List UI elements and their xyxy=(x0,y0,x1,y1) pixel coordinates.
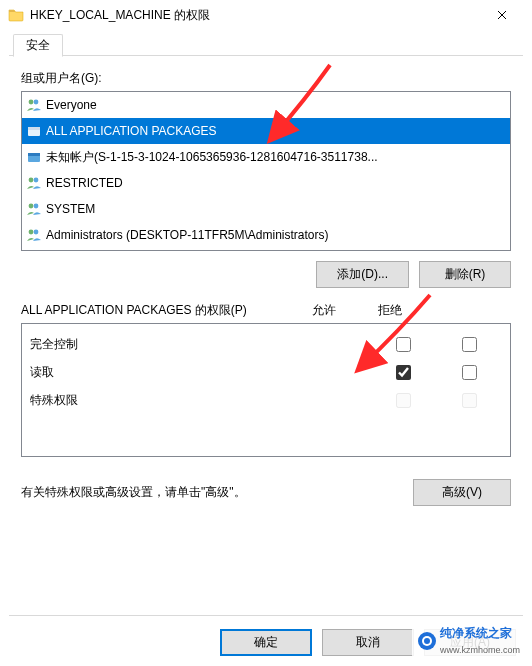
titlebar: HKEY_LOCAL_MACHINE 的权限 xyxy=(0,0,532,30)
watermark: 纯净系统之家 www.kzmhome.com xyxy=(412,623,526,658)
svg-point-0 xyxy=(29,100,34,105)
tab-label: 安全 xyxy=(26,37,50,54)
svg-point-11 xyxy=(34,230,39,235)
deny-checkbox xyxy=(462,393,477,408)
allow-column-header: 允许 xyxy=(291,302,357,319)
list-item-label: ALL APPLICATION PACKAGES xyxy=(46,124,217,138)
svg-rect-5 xyxy=(28,153,40,156)
cancel-button[interactable]: 取消 xyxy=(322,629,414,656)
window-title: HKEY_LOCAL_MACHINE 的权限 xyxy=(30,7,480,24)
svg-point-6 xyxy=(29,178,34,183)
list-item-label: 未知帐户(S-1-15-3-1024-1065365936-1281604716… xyxy=(46,149,378,166)
advanced-button[interactable]: 高级(V) xyxy=(413,479,511,506)
permission-row: 读取 xyxy=(22,358,510,386)
close-button[interactable] xyxy=(480,0,524,30)
advanced-hint-text: 有关特殊权限或高级设置，请单击"高级"。 xyxy=(21,484,413,501)
permission-name: 特殊权限 xyxy=(30,392,370,409)
svg-point-8 xyxy=(29,204,34,209)
list-item[interactable]: RESTRICTED xyxy=(22,170,510,196)
list-item[interactable]: 未知帐户(S-1-15-3-1024-1065365936-1281604716… xyxy=(22,144,510,170)
permissions-for-label: ALL APPLICATION PACKAGES 的权限(P) xyxy=(21,302,291,319)
list-item-label: Administrators (DESKTOP-11TFR5M\Administ… xyxy=(46,228,329,242)
permissions-header: ALL APPLICATION PACKAGES 的权限(P) 允许 拒绝 xyxy=(21,302,511,319)
svg-point-13 xyxy=(424,638,430,644)
allow-checkbox[interactable] xyxy=(396,365,411,380)
list-item-label: Everyone xyxy=(46,98,97,112)
svg-point-1 xyxy=(34,100,39,105)
deny-checkbox[interactable] xyxy=(462,365,477,380)
deny-checkbox[interactable] xyxy=(462,337,477,352)
advanced-row: 有关特殊权限或高级设置，请单击"高级"。 高级(V) xyxy=(21,479,511,506)
list-item[interactable]: ALL APPLICATION PACKAGES xyxy=(22,118,510,144)
close-icon xyxy=(497,10,507,20)
permission-name: 完全控制 xyxy=(30,336,370,353)
svg-point-7 xyxy=(34,178,39,183)
list-item-label: RESTRICTED xyxy=(46,176,123,190)
svg-point-10 xyxy=(29,230,34,235)
folder-icon xyxy=(8,7,24,23)
group-users-label: 组或用户名(G): xyxy=(21,70,511,87)
list-item[interactable]: SYSTEM xyxy=(22,196,510,222)
deny-column-header: 拒绝 xyxy=(357,302,423,319)
permission-row: 完全控制 xyxy=(22,330,510,358)
allow-checkbox xyxy=(396,393,411,408)
permissions-listbox: 完全控制读取特殊权限 xyxy=(21,323,511,457)
tabstrip: 安全 xyxy=(9,30,523,56)
watermark-icon xyxy=(418,632,436,650)
watermark-text: 纯净系统之家 xyxy=(440,626,512,640)
svg-point-9 xyxy=(34,204,39,209)
list-item[interactable]: Administrators (DESKTOP-11TFR5M\Administ… xyxy=(22,222,510,248)
list-item-label: SYSTEM xyxy=(46,202,95,216)
users-listbox[interactable]: EveryoneALL APPLICATION PACKAGES未知帐户(S-1… xyxy=(21,91,511,251)
ok-button[interactable]: 确定 xyxy=(220,629,312,656)
permission-row: 特殊权限 xyxy=(22,386,510,414)
svg-rect-3 xyxy=(28,127,40,130)
list-item[interactable]: Everyone xyxy=(22,92,510,118)
permission-name: 读取 xyxy=(30,364,370,381)
add-button[interactable]: 添加(D)... xyxy=(316,261,409,288)
add-remove-row: 添加(D)... 删除(R) xyxy=(21,261,511,288)
security-panel: 组或用户名(G): EveryoneALL APPLICATION PACKAG… xyxy=(9,56,523,514)
tab-security[interactable]: 安全 xyxy=(13,34,63,57)
remove-button[interactable]: 删除(R) xyxy=(419,261,511,288)
separator xyxy=(9,615,523,616)
watermark-url: www.kzmhome.com xyxy=(440,645,520,655)
allow-checkbox[interactable] xyxy=(396,337,411,352)
